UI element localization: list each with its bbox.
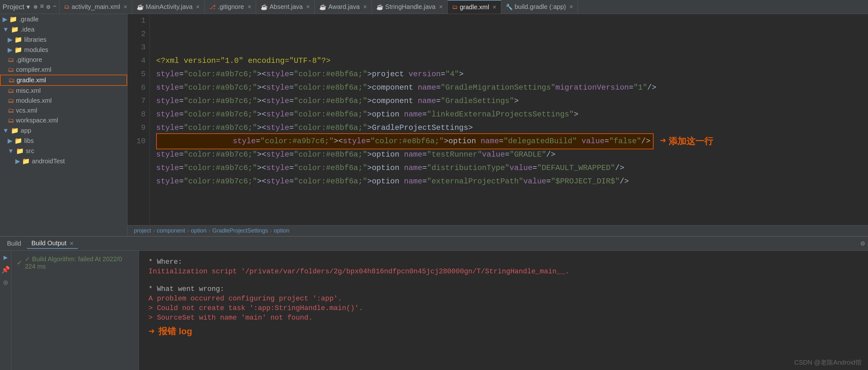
tab-icon-award_java: ☕ — [319, 3, 326, 10]
line-number-4: 4 — [131, 54, 146, 67]
sidebar-label-7: misc.xml — [16, 87, 41, 94]
tab-close-absent_java[interactable]: ✕ — [306, 4, 310, 10]
folder-icon-14: ▶ — [15, 157, 20, 165]
code-editor: 12345678910 <?xml version="1.0" encoding… — [127, 14, 868, 225]
sidebar-item-0[interactable]: ▶📁.gradle — [0, 14, 127, 24]
breadcrumb-sep-3: › — [270, 227, 272, 234]
sidebar-label-14: androidTest — [32, 158, 65, 165]
sidebar-label-4: .gitignore — [16, 56, 42, 63]
sidebar-item-13[interactable]: ▼📁src — [0, 146, 127, 156]
breadcrumb-bar: project › component › option › GradlePro… — [127, 225, 868, 236]
build-output-close-icon[interactable]: ✕ — [69, 241, 73, 246]
line-number-10: 10 — [131, 135, 146, 148]
sidebar-item-8[interactable]: 🗂modules.xml — [0, 96, 127, 106]
sidebar-item-7[interactable]: 🗂misc.xml — [0, 86, 127, 96]
tab-close-gitignore[interactable]: ✕ — [247, 4, 251, 10]
tab-activity_main_xml[interactable]: 🗂 activity_main.xml ✕ — [60, 0, 132, 14]
sidebar-item-12[interactable]: ▶📁libs — [0, 136, 127, 146]
play-icon[interactable]: ▶ — [3, 253, 8, 262]
breadcrumb-item-4[interactable]: option — [274, 227, 289, 234]
tab-close-activity_main_xml[interactable]: ✕ — [123, 4, 127, 10]
output-line-6: > SourceSet with name 'main' not found. — [149, 313, 859, 322]
sidebar-item-5[interactable]: 🗂compiler.xml — [0, 65, 127, 75]
code-line-9: style="color:#a9b7c6;"><style="color:#e8… — [156, 162, 862, 175]
minus-icon[interactable]: − — [53, 3, 57, 11]
tab-bar-icons: ⊕ ≡ ⚙ − — [34, 3, 57, 11]
tab-gitignore[interactable]: ⎇ .gitignore ✕ — [205, 0, 256, 14]
tab-close-main_activity_java[interactable]: ✕ — [196, 4, 200, 10]
project-label[interactable]: Project ▾ — [3, 3, 30, 11]
tabs-container: 🗂 activity_main.xml ✕☕ MainActivity.java… — [60, 0, 868, 14]
folder-icon-11: ▼ — [3, 127, 9, 134]
tab-close-award_java[interactable]: ✕ — [363, 4, 367, 10]
breadcrumb-sep-2: › — [208, 227, 210, 234]
folder-icon-13: ▼ — [8, 147, 14, 155]
breadcrumb-item-2[interactable]: option — [191, 227, 207, 234]
tab-close-gradle_xml[interactable]: ✕ — [492, 4, 496, 10]
pin-icon[interactable]: 📌 — [1, 266, 10, 274]
eye-icon[interactable]: ◎ — [3, 278, 8, 287]
sidebar-item-1[interactable]: ▼📁.idea — [0, 24, 127, 34]
add-annotation: 添加这一行 — [669, 135, 713, 148]
sidebar-item-11[interactable]: ▼📁app — [0, 125, 127, 136]
new-file-icon[interactable]: ⊕ — [34, 3, 38, 11]
code-line-7: style="color:#a9b7c6;"><style="color:#e8… — [156, 135, 862, 148]
line-numbers: 12345678910 — [127, 14, 150, 225]
bottom-output[interactable]: * Where: Initialization script '/private… — [139, 251, 868, 370]
sidebar-item-9[interactable]: 🗂vcs.xml — [0, 106, 127, 115]
tab-label-main_activity_java: MainActivity.java — [146, 3, 192, 10]
sidebar-label-5: compiler.xml — [16, 66, 51, 74]
sidebar-item-14[interactable]: ▶📁androidTest — [0, 156, 127, 166]
xml-file-icon-8: 🗂 — [8, 97, 14, 104]
sidebar-item-4[interactable]: 🗂.gitignore — [0, 55, 127, 65]
tab-award_java[interactable]: ☕ Award.java ✕ — [315, 0, 372, 14]
breadcrumb-sep-1: › — [187, 227, 189, 234]
sidebar-item-10[interactable]: 🗂workspace.xml — [0, 115, 127, 125]
main-area: ▶📁.gradle▼📁.idea▶📁libraries▶📁modules🗂.gi… — [0, 14, 868, 236]
build-tab[interactable]: Build — [3, 238, 26, 249]
sidebar-item-6[interactable]: 🗂gradle.xml — [0, 75, 127, 86]
tab-icon-stringhandle_java: ☕ — [376, 3, 383, 10]
code-content[interactable]: 12345678910 <?xml version="1.0" encoding… — [127, 14, 868, 225]
breadcrumb-item-1[interactable]: component — [157, 227, 185, 234]
tab-absent_java[interactable]: ☕ Absent.java ✕ — [256, 0, 315, 14]
tab-main_activity_java[interactable]: ☕ MainActivity.java ✕ — [132, 0, 205, 14]
error-annotation: ➜报错 log — [149, 325, 859, 338]
tab-icon-gradle_xml: 🗂 — [452, 4, 458, 10]
settings-icon[interactable]: ⚙ — [46, 3, 50, 11]
line-number-6: 6 — [131, 81, 146, 94]
check-icon: ✓ — [17, 259, 22, 267]
tab-stringhandle_java[interactable]: ☕ StringHandle.java ✕ — [372, 0, 448, 14]
build-output-tab[interactable]: Build Output ✕ — [27, 238, 78, 249]
tab-close-stringhandle_java[interactable]: ✕ — [439, 4, 443, 10]
build-status-item[interactable]: ✓ ✓ Build Algorithm: failed At 2022/0 22… — [14, 253, 136, 272]
code-lines[interactable]: <?xml version="1.0" encoding="UTF-8"?>st… — [150, 14, 868, 225]
folder-img-12: 📁 — [14, 137, 22, 144]
breadcrumb-item-0[interactable]: project — [134, 227, 151, 234]
code-line-8: style="color:#a9b7c6;"><style="color:#e8… — [156, 148, 862, 162]
xml-file-icon-5: 🗂 — [8, 66, 14, 74]
build-status-text: ✓ Build Algorithm: failed At 2022/0 224 … — [25, 255, 133, 270]
bottom-tabs: Build Build Output ✕ ⚙ — [0, 237, 868, 251]
bottom-settings-icon[interactable]: ⚙ — [861, 239, 865, 248]
arrow-icon: ➜ — [660, 135, 666, 148]
output-line-0: * Where: — [149, 257, 859, 267]
folder-img-2: 📁 — [14, 36, 22, 44]
highlighted-code-span: style="color:#a9b7c6;"><style="color:#e8… — [156, 133, 654, 149]
sidebar-item-2[interactable]: ▶📁libraries — [0, 34, 127, 45]
xml-file-icon-6: 🗂 — [8, 77, 15, 84]
sidebar-item-3[interactable]: ▶📁modules — [0, 45, 127, 55]
tab-gradle_xml[interactable]: 🗂 gradle.xml ✕ — [448, 0, 501, 14]
tab-bar-left: Project ▾ ⊕ ≡ ⚙ − — [0, 0, 60, 14]
tab-build_gradle[interactable]: 🔧 build.gradle (:app) ✕ — [501, 0, 578, 14]
xml-file-icon-7: 🗂 — [8, 87, 14, 94]
bottom-panel: Build Build Output ✕ ⚙ ▶ 📌 ◎ ✓ ✓ Build A… — [0, 236, 868, 370]
sidebar-label-8: modules.xml — [16, 97, 52, 104]
sidebar-label-13: src — [26, 147, 34, 155]
watermark: CSDN @老陈Android馆 — [795, 358, 862, 367]
breadcrumb-item-3[interactable]: GradleProjectSettings — [212, 227, 268, 234]
tab-close-build_gradle[interactable]: ✕ — [569, 4, 573, 10]
output-line-5: > Could not create task ':app:StringHand… — [149, 303, 859, 313]
collapse-icon[interactable]: ≡ — [40, 3, 44, 11]
line-number-8: 8 — [131, 108, 146, 121]
